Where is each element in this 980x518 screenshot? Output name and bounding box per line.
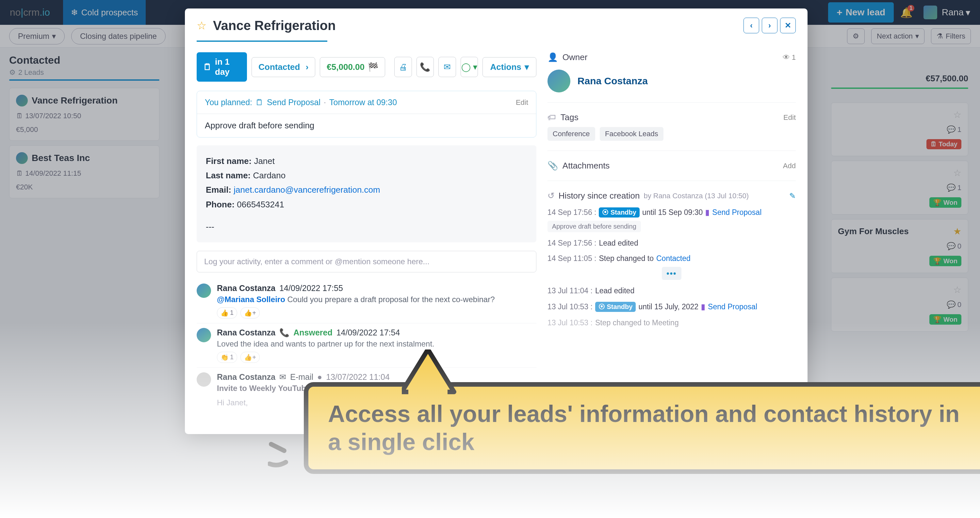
contact-info: First name: Janet Last name: Cardano Ema…: [197, 145, 536, 242]
activity-input[interactable]: Log your activity, enter a comment or @m…: [197, 251, 536, 272]
mention[interactable]: @Mariana Solleiro: [217, 295, 285, 304]
print-icon[interactable]: 🖨: [394, 57, 412, 77]
feed-item: Rana Costanza📞Answered14/09/2022 17:54 L…: [197, 323, 536, 368]
history-row: 14 Sep 11:05 : Step changed to Contacted: [547, 254, 796, 263]
check-icon[interactable]: ◯ ▾: [461, 57, 478, 77]
plan-note: Approve draft before sending: [197, 114, 536, 137]
owner-section: 👤Owner 👁 1: [547, 52, 796, 62]
history-row: 14 Sep 17:56 : Lead edited: [547, 239, 796, 248]
actions-dropdown[interactable]: Actions ▾: [482, 57, 536, 77]
tags-section: 🏷Tags Edit: [547, 112, 796, 122]
owner-name[interactable]: Rana Costanza: [578, 75, 648, 87]
feed-item: Rana Costanza14/09/2022 17:55 @Mariana S…: [197, 279, 536, 323]
phone-icon[interactable]: 📞: [417, 57, 434, 77]
history-row: 13 Jul 10:53 : ⦿ Standby until 15 July, …: [547, 302, 796, 312]
prev-button[interactable]: ‹: [743, 17, 759, 33]
reaction[interactable]: 👍1: [217, 307, 237, 318]
attachments-section: 📎Attachments Add: [547, 161, 796, 171]
plan-action: Send Proposal: [267, 98, 320, 107]
view-count: 👁 1: [783, 53, 796, 62]
plan-edit[interactable]: Edit: [516, 98, 528, 107]
reaction[interactable]: 👏1: [217, 352, 237, 363]
avatar: [197, 328, 211, 342]
history-section: ↺ History since creation by Rana Costanz…: [547, 191, 796, 201]
next-button[interactable]: ›: [762, 17, 778, 33]
history-row: 14 Sep 17:56 : ⦿ Standby until 15 Sep 09…: [547, 207, 796, 218]
history-row: 13 Jul 10:53 : Step changed to Meeting: [547, 318, 796, 327]
tag[interactable]: Conference: [547, 127, 595, 141]
tags-edit[interactable]: Edit: [783, 113, 796, 122]
plan-when: Tomorrow at 09:30: [329, 98, 397, 107]
owner-avatar: [547, 70, 570, 92]
avatar: [197, 372, 211, 387]
history-note: Approve draft before sending: [547, 221, 641, 232]
tag[interactable]: Facebook Leads: [600, 127, 663, 141]
avatar: [197, 283, 211, 298]
history-row: 13 Jul 11:04 : Lead edited: [547, 286, 796, 295]
history-edit-icon[interactable]: ✎: [789, 191, 796, 200]
lead-title: Vance Refrigeration: [213, 18, 336, 33]
add-reaction[interactable]: 👍+: [240, 352, 260, 363]
history-more[interactable]: •••: [662, 267, 681, 280]
amount-button[interactable]: €5,000.00 🏁: [320, 57, 385, 77]
add-reaction[interactable]: 👍+: [240, 307, 260, 318]
due-button[interactable]: 🗒 in 1 day: [197, 52, 247, 82]
promo-callout: Access all your leads' information and c…: [304, 382, 980, 474]
close-button[interactable]: ✕: [780, 17, 796, 33]
email-icon[interactable]: ✉: [438, 57, 456, 77]
add-attachment[interactable]: Add: [783, 162, 796, 170]
email-link[interactable]: janet.cardano@vancerefrigeration.com: [234, 185, 380, 195]
plan-label: You planned:: [205, 98, 252, 107]
planned-action-card: You planned: 🗒 Send Proposal · Tomorrow …: [197, 91, 536, 138]
star-icon[interactable]: ☆: [197, 19, 207, 32]
lead-detail-modal: ☆ Vance Refrigeration ‹ › ✕ 🗒 in 1 day C…: [185, 8, 808, 434]
step-button[interactable]: Contacted ›: [251, 57, 315, 77]
